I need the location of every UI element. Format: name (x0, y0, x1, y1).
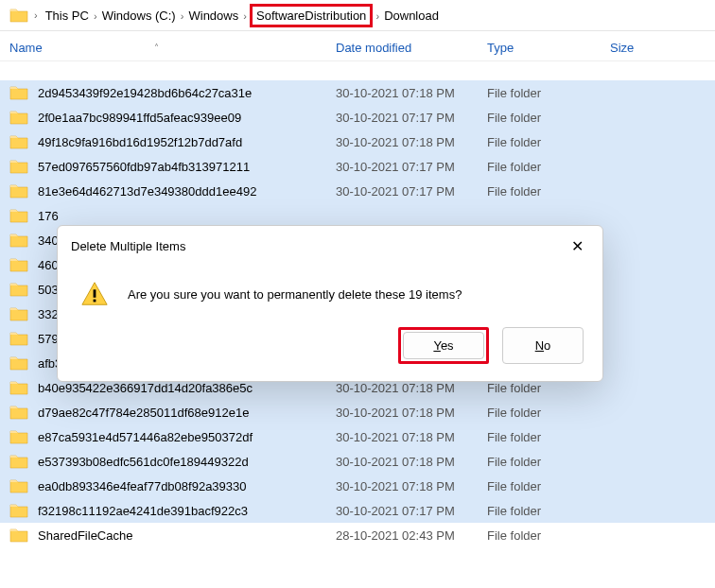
file-date: 30-10-2021 07:18 PM (336, 430, 487, 444)
file-name: 176 (38, 209, 336, 223)
dialog-message: Are you sure you want to permanently del… (128, 287, 462, 302)
breadcrumb-item[interactable]: SoftwareDistribution (250, 4, 373, 27)
file-type: File folder (487, 430, 610, 444)
file-date: 30-10-2021 07:17 PM (336, 504, 487, 518)
folder-icon (9, 8, 28, 23)
column-type[interactable]: Type (487, 41, 610, 55)
svg-rect-1 (94, 300, 96, 303)
breadcrumb-item[interactable]: Windows (C:) (100, 7, 178, 25)
file-name: e537393b08edfc561dc0fe189449322d (38, 455, 336, 469)
yes-button[interactable]: Yes (403, 332, 484, 359)
file-row[interactable]: 57ed097657560fdb97ab4fb31397121130-10-20… (0, 154, 715, 179)
folder-icon (9, 380, 28, 395)
file-row[interactable]: 81e3e64d462713d7e349380ddd1ee49230-10-20… (0, 179, 715, 203)
file-date: 30-10-2021 07:18 PM (336, 406, 487, 420)
file-type: File folder (487, 504, 610, 518)
folder-icon (9, 159, 28, 174)
folder-icon (9, 355, 28, 371)
folder-icon (9, 478, 28, 493)
file-date: 30-10-2021 07:17 PM (336, 184, 487, 199)
folder-icon (9, 208, 28, 223)
folder-icon (9, 282, 28, 297)
chevron-right-icon: › (91, 10, 100, 22)
warning-icon (80, 280, 109, 308)
folder-icon (9, 527, 28, 543)
breadcrumb-item[interactable]: Download (382, 7, 441, 25)
file-name: d79ae82c47f784e285011df68e912e1e (38, 406, 336, 420)
file-row[interactable]: 2f0e1aa7bc989941ffd5afeac939ee0930-10-20… (0, 105, 715, 130)
folder-icon (9, 110, 28, 125)
file-date: 30-10-2021 07:17 PM (336, 160, 487, 174)
file-date: 30-10-2021 07:18 PM (336, 455, 487, 469)
file-name: 2d9453439f92e19428bd6b64c27ca31e (38, 86, 336, 100)
breadcrumb-item[interactable]: Windows (186, 7, 240, 25)
breadcrumb-item[interactable]: This PC (44, 7, 91, 25)
file-name: ea0db893346e4feaf77db08f92a39330 (38, 479, 336, 493)
chevron-right-icon: › (240, 10, 250, 22)
file-name: 2f0e1aa7bc989941ffd5afeac939ee09 (38, 111, 336, 125)
column-size[interactable]: Size (610, 41, 706, 55)
chevron-right-icon: › (34, 9, 38, 21)
file-type: File folder (487, 406, 610, 420)
file-type: File folder (487, 111, 610, 125)
file-name: b40e935422e366917dd14d20fa386e5c (38, 381, 336, 395)
folder-icon (9, 429, 28, 444)
folder-icon (9, 257, 28, 272)
file-row[interactable]: 2d9453439f92e19428bd6b64c27ca31e30-10-20… (0, 80, 715, 105)
folder-icon (9, 454, 28, 469)
file-row[interactable]: f32198c11192ae4241de391bacf922c330-10-20… (0, 498, 715, 523)
folder-icon (9, 134, 28, 149)
close-icon[interactable]: ✕ (566, 235, 589, 257)
file-date: 30-10-2021 07:18 PM (336, 479, 487, 493)
folder-icon (9, 183, 28, 199)
file-type: File folder (487, 86, 610, 100)
file-row[interactable]: ea0db893346e4feaf77db08f92a3933030-10-20… (0, 474, 715, 498)
folder-icon (9, 503, 28, 518)
file-type: File folder (487, 528, 610, 543)
column-headers: Name˄ Date modified Type Size (0, 31, 715, 61)
dialog-title: Delete Multiple Items (71, 239, 185, 253)
file-date: 30-10-2021 07:18 PM (336, 381, 487, 395)
file-date: 30-10-2021 07:18 PM (336, 86, 487, 100)
no-button[interactable]: No (502, 327, 584, 364)
file-type: File folder (487, 160, 610, 174)
column-date[interactable]: Date modified (336, 41, 487, 55)
file-row[interactable]: e537393b08edfc561dc0fe189449322d30-10-20… (0, 449, 715, 474)
file-type: File folder (487, 479, 610, 493)
file-type: File folder (487, 184, 610, 199)
folder-icon (9, 85, 28, 100)
file-date: 28-10-2021 02:43 PM (336, 528, 487, 543)
file-row[interactable]: e87ca5931e4d571446a82ebe950372df30-10-20… (0, 424, 715, 449)
file-name: 57ed097657560fdb97ab4fb313971211 (38, 160, 336, 174)
chevron-right-icon: › (373, 10, 382, 22)
file-type: File folder (487, 381, 610, 395)
file-date: 30-10-2021 07:18 PM (336, 135, 487, 149)
file-row[interactable]: d79ae82c47f784e285011df68e912e1e30-10-20… (0, 400, 715, 424)
yes-highlight: Yes (398, 327, 489, 364)
file-name: 81e3e64d462713d7e349380ddd1ee492 (38, 184, 336, 199)
file-date: 30-10-2021 07:17 PM (336, 111, 487, 125)
breadcrumb: › This PC › Windows (C:) › Windows › Sof… (0, 0, 715, 31)
file-row[interactable]: 49f18c9fa916bd16d1952f12b7dd7afd30-10-20… (0, 130, 715, 154)
file-name: f32198c11192ae4241de391bacf922c3 (38, 504, 336, 518)
delete-dialog: Delete Multiple Items ✕ Are you sure you… (57, 225, 603, 382)
folder-icon (9, 331, 28, 346)
file-name: e87ca5931e4d571446a82ebe950372df (38, 430, 336, 444)
file-name: 49f18c9fa916bd16d1952f12b7dd7afd (38, 135, 336, 149)
column-name[interactable]: Name˄ (9, 41, 336, 55)
folder-icon (9, 405, 28, 420)
file-type: File folder (487, 455, 610, 469)
sort-indicator-icon: ˄ (154, 43, 159, 53)
folder-icon (9, 306, 28, 321)
file-name: SharedFileCache (38, 528, 336, 543)
folder-icon (9, 233, 28, 248)
svg-rect-0 (94, 289, 96, 297)
file-row[interactable]: SharedFileCache28-10-2021 02:43 PMFile f… (0, 523, 715, 547)
file-type: File folder (487, 135, 610, 149)
